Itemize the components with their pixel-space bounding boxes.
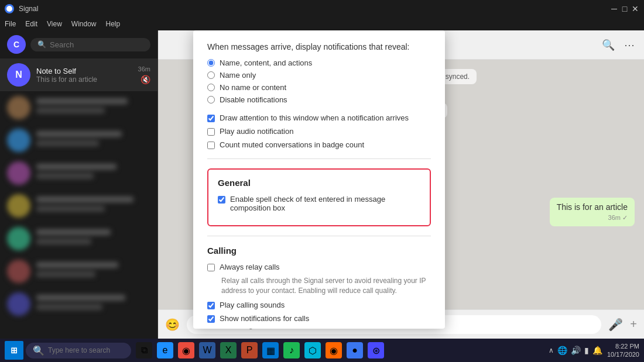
emoji-icon[interactable]: 😊 — [165, 318, 180, 332]
spell-check-checkbox[interactable]: Enable spell check of text entered in me… — [218, 195, 420, 212]
play-calling-sounds-checkbox[interactable]: Play calling sounds — [207, 301, 431, 309]
taskbar: ⊞ 🔍 ⧉ e ◉ W X P ▦ ♪ ⬡ ◉ ● ⊛ ∧ 🌐 🔊 ▮ 🔔 8:… — [0, 339, 644, 362]
radio-no-name-content-input[interactable] — [207, 84, 215, 91]
enable-incoming-calls-checkbox[interactable]: Enable incoming calls — [207, 327, 431, 329]
play-calling-sounds-input[interactable] — [207, 302, 215, 309]
radio-name-content-actions[interactable]: Name, content, and actions — [207, 58, 431, 67]
time-display: 8:22 PM — [607, 342, 639, 350]
message-text: This is for an article — [557, 202, 628, 212]
menu-help[interactable]: Help — [106, 20, 121, 28]
menu-view[interactable]: View — [47, 20, 62, 28]
relay-description: Relay all calls through the Signal serve… — [221, 276, 431, 296]
radio-disable-notifications-input[interactable] — [207, 96, 215, 104]
clock[interactable]: 8:22 PM 10/17/2020 — [607, 342, 639, 359]
title-bar-controls: ─ □ ✕ — [610, 5, 639, 13]
voice-message-icon[interactable]: 🎤 — [608, 318, 623, 332]
count-muted-input[interactable] — [207, 142, 215, 149]
radio-no-name-content[interactable]: No name or content — [207, 83, 431, 92]
minimize-button[interactable]: ─ — [610, 5, 618, 13]
divider-1 — [207, 158, 431, 159]
svg-point-0 — [6, 6, 12, 12]
show-notif-calls-checkbox[interactable]: Show notifications for calls — [207, 314, 431, 323]
general-title: General — [218, 178, 420, 188]
app-icon — [5, 4, 14, 13]
taskbar-chrome[interactable]: ◉ — [178, 342, 194, 358]
search-box[interactable]: 🔍 — [30, 38, 150, 51]
taskbar-right: ∧ 🌐 🔊 ▮ 🔔 8:22 PM 10/17/2020 — [549, 342, 639, 359]
date-display: 10/17/2020 — [607, 350, 639, 358]
radio-disable-notifications[interactable]: Disable notifications — [207, 95, 431, 104]
contact-preview-note: This is for an article — [36, 75, 132, 84]
message-bubble: This is for an article 36m ✓ — [550, 198, 635, 226]
taskbar-icon-9[interactable]: ◉ — [326, 342, 342, 358]
play-audio-input[interactable] — [207, 128, 215, 136]
mute-icon: 🔇 — [141, 75, 150, 84]
tray-battery: ▮ — [584, 346, 589, 355]
calling-title: Calling — [207, 246, 431, 256]
taskbar-search-box[interactable]: 🔍 — [26, 343, 131, 358]
title-bar: Signal ─ □ ✕ — [0, 0, 644, 18]
title-bar-left: Signal — [5, 4, 38, 13]
menu-window[interactable]: Window — [71, 20, 97, 28]
taskbar-spotify[interactable]: ♪ — [283, 342, 300, 358]
taskbar-task-view[interactable]: ⧉ — [136, 342, 152, 358]
tray-arrow[interactable]: ∧ — [549, 346, 554, 354]
red-arrow — [431, 145, 445, 192]
show-notif-calls-input[interactable] — [207, 315, 215, 323]
taskbar-edge[interactable]: e — [157, 342, 173, 358]
radio-name-content-actions-input[interactable] — [207, 59, 215, 67]
tray-notification[interactable]: 🔔 — [592, 346, 602, 355]
play-audio-checkbox[interactable]: Play audio notification — [207, 127, 431, 136]
search-icon: 🔍 — [37, 40, 46, 49]
spell-check-input[interactable] — [218, 196, 225, 204]
count-muted-checkbox[interactable]: Count muted conversations in badge count — [207, 140, 431, 149]
taskbar-teams[interactable]: ⬡ — [304, 342, 321, 358]
settings-content: When messages arrive, display notificati… — [193, 30, 445, 329]
notification-radio-group: Name, content, and actions Name only No … — [207, 58, 431, 104]
taskbar-signal[interactable]: ● — [347, 342, 363, 358]
general-section-wrapper: General Enable spell check of text enter… — [207, 168, 431, 226]
always-relay-checkbox[interactable]: Always relay calls — [207, 263, 431, 271]
taskbar-excel[interactable]: X — [220, 342, 237, 358]
menu-bar: File Edit View Window Help — [0, 18, 644, 30]
radio-name-only-input[interactable] — [207, 71, 215, 79]
user-avatar[interactable]: C — [7, 35, 26, 54]
taskbar-icons: ⧉ e ◉ W X P ▦ ♪ ⬡ ◉ ● ⊛ — [136, 342, 384, 358]
contact-avatar-note: N — [7, 63, 30, 87]
always-relay-input[interactable] — [207, 264, 215, 271]
tray-network[interactable]: 🌐 — [557, 346, 567, 355]
tray-volume[interactable]: 🔊 — [571, 346, 581, 355]
taskbar-store[interactable]: ▦ — [262, 342, 279, 358]
draw-attention-input[interactable] — [207, 115, 215, 122]
search-input[interactable] — [50, 40, 143, 49]
radio-name-only[interactable]: Name only — [207, 71, 431, 80]
attachment-icon[interactable]: + — [630, 318, 637, 331]
contact-name-note: Note to Self — [36, 67, 132, 75]
notifications-header: When messages arrive, display notificati… — [207, 42, 431, 51]
menu-file[interactable]: File — [5, 20, 16, 28]
contact-item-note-to-self[interactable]: N Note to Self This is for an article 36… — [0, 58, 157, 91]
close-button[interactable]: ✕ — [631, 5, 639, 13]
sidebar-header: C 🔍 — [0, 30, 157, 58]
start-button[interactable]: ⊞ — [5, 341, 23, 360]
divider-2 — [207, 236, 431, 236]
contact-time-note: 36m — [138, 65, 150, 73]
taskbar-search-input[interactable] — [48, 346, 124, 354]
system-tray: ∧ 🌐 🔊 ▮ 🔔 — [549, 346, 602, 355]
general-section: General Enable spell check of text enter… — [207, 168, 431, 226]
app-title: Signal — [19, 5, 38, 13]
taskbar-search-icon: 🔍 — [33, 345, 44, 356]
taskbar-icon-11[interactable]: ⊛ — [368, 342, 384, 358]
message-time: 36m — [608, 214, 621, 221]
search-chat-icon[interactable]: 🔍 — [602, 39, 615, 51]
taskbar-word[interactable]: W — [199, 342, 215, 358]
menu-edit[interactable]: Edit — [25, 20, 37, 28]
sidebar: C 🔍 N Note to Self This is for an articl… — [0, 30, 158, 339]
message-meta: 36m ✓ — [557, 214, 628, 222]
more-options-icon[interactable]: ⋯ — [624, 39, 635, 51]
draw-attention-checkbox[interactable]: Draw attention to this window when a not… — [207, 113, 431, 122]
blurred-contacts — [0, 91, 157, 320]
taskbar-ppt[interactable]: P — [241, 342, 258, 358]
settings-overlay: When messages arrive, display notificati… — [193, 30, 445, 329]
maximize-button[interactable]: □ — [621, 5, 629, 13]
